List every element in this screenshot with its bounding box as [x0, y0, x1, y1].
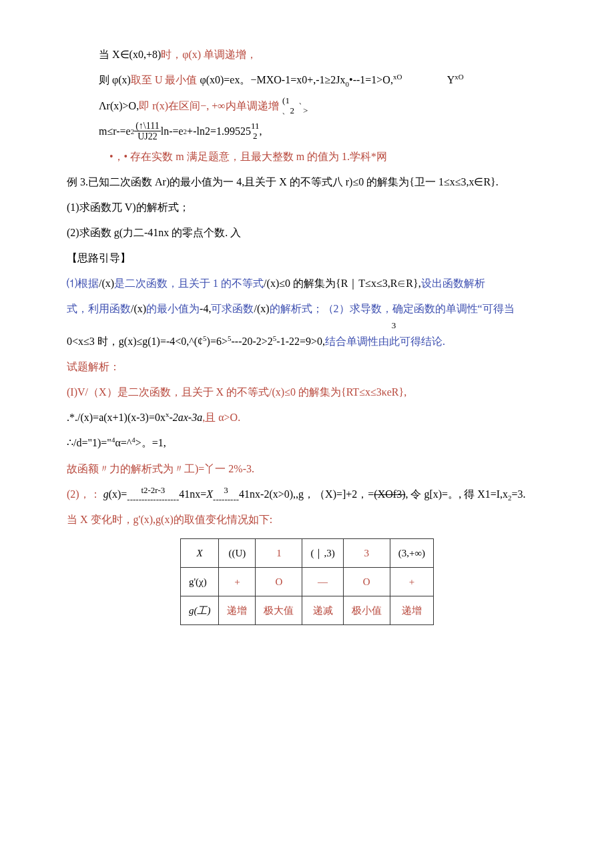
t: 设出函数解析	[421, 278, 485, 289]
cell: X	[180, 538, 219, 567]
line-14: (I)V/（X）是二次函数，且关于 X 的不等式/(x)≤0 的解集为{RT≤x…	[67, 382, 547, 403]
t: 可求函数	[211, 303, 254, 314]
t: /(x)≤0 的解集为{RT≤x≤3κeR},	[269, 386, 406, 398]
line-19: 当 X 变化时，g'(x),g(x)的取值变化情况如下:	[67, 509, 547, 530]
line-15: .*./(x)=a(x+1)(x-3)=0xx-2ax-3a,且 α>O.	[67, 407, 547, 428]
table-row: g'(χ) + O — O +	[180, 567, 433, 596]
t: .*./(x)=a(x+1)(x-3)=0x	[67, 412, 166, 423]
t: =3.	[512, 484, 526, 505]
t: m≤r-=e	[99, 121, 131, 142]
variation-table: X ((U) 1 (｜,3) 3 (3,+∞) g'(χ) + O — O + …	[180, 538, 434, 625]
t: UJ22	[134, 131, 161, 141]
t: α=^	[115, 438, 131, 449]
t: 2	[251, 131, 260, 141]
t: , 令 g[x)=。, 得 X1=I,x	[405, 484, 508, 505]
line-10: ⑴根据/(x)是二次函数，且关于 1 的不等式/(x)≤0 的解集为{R｜T≤x…	[67, 273, 547, 294]
t: 、2 >	[282, 106, 308, 115]
table-row: X ((U) 1 (｜,3) 3 (3,+∞)	[180, 538, 433, 567]
t: ------------------	[127, 495, 179, 504]
line-18: (2)，： g(x)= t2-2r-3 ------------------ 4…	[67, 484, 547, 505]
line-5: •，• 存在实数 m 满足题意，且最大整数 m 的值为 1.学科*网	[67, 146, 547, 167]
t: 在区间−, +∞内单调递增	[168, 100, 278, 111]
line-6: 例 3.已知二次函数 Ar)的最小值为一 4,且关于 X 的不等式八 r)≤0 …	[67, 171, 547, 193]
t: ∴/d="1)="	[67, 438, 111, 449]
line-2: 则 φ(x)取至 U 最小值 φ(x0)=ex。−MXO-1=x0+,-1≥2J…	[67, 69, 547, 91]
t: +-ln2=1.99525	[187, 121, 251, 142]
cell: 递增	[390, 596, 433, 624]
cell: 1	[256, 538, 302, 567]
t: (I)V/（X）是二次函数，且关于 X 的不等式	[67, 386, 269, 398]
cell: —	[302, 567, 343, 596]
frac: 3 ---------	[213, 486, 239, 505]
t: /(x)	[131, 303, 146, 314]
t: 是二次函数，且关于 1 的不等式	[114, 278, 264, 289]
cell: g'(χ)	[180, 567, 219, 596]
t: 即 r(x)	[139, 100, 168, 111]
cell: +	[219, 567, 256, 596]
t: 3	[213, 486, 239, 495]
t: ,且 α>O.	[202, 412, 240, 423]
t: 当 X∈(x0,+8)	[99, 49, 161, 60]
t: •，• 存在实数 m 满足题意，且最大整数 m 的值为 1.	[109, 151, 350, 162]
t: /(x)≤0 的解集为{R｜T≤x≤3,R∈R},	[264, 278, 421, 289]
t: -4,	[200, 303, 211, 314]
line-9: 【思路引导】	[67, 248, 547, 269]
t: ,	[259, 121, 262, 142]
line-3: Λr(x)>O,即 r(x)在区间−, +∞内单调递增 (1 、 、2 >	[67, 95, 547, 117]
t: /(x)	[254, 303, 269, 314]
cell: O	[256, 567, 302, 596]
t: Λr(x)>O,	[99, 100, 139, 111]
cell: (3,+∞)	[390, 538, 433, 567]
frac: (↑\111 UJ22	[134, 121, 161, 142]
t: (XOf3)	[374, 484, 405, 505]
t: 41nx-2(x>0),,g，（X)=]+2，=	[239, 484, 374, 505]
t: g	[103, 484, 109, 505]
t: X	[206, 484, 213, 505]
t: ⑴根据	[67, 278, 99, 289]
line-7: (1)求函数兀 V)的解析式；	[67, 197, 547, 218]
t: )=6>	[207, 336, 228, 347]
cell: 极小值	[343, 596, 390, 624]
line-11: 式，利用函数/(x)的最小值为-4,可求函数/(x)的解析式；（2）求导数，确定…	[67, 298, 547, 320]
line-4: m≤r-=e2 (↑\111 UJ22 ln-=e2+-ln2=1.99525 …	[67, 121, 547, 142]
line-12top: 3	[67, 321, 547, 330]
t: 11	[251, 121, 260, 131]
frac: 11 2	[251, 121, 260, 141]
t: 的取值变化情况如下:	[174, 514, 272, 525]
t: xO	[393, 73, 402, 81]
line-1: 当 X∈(x0,+8)时，φ(x) 单调递增，	[67, 44, 547, 65]
t: t2-2r-3	[127, 486, 179, 495]
t: 式，利用函数	[67, 303, 131, 314]
table-row: g(工) 递增 极大值 递减 极小值 递增	[180, 596, 433, 624]
line-13: 试题解析：	[67, 356, 547, 378]
cell: g(工)	[180, 596, 219, 624]
cell: 极大值	[256, 596, 302, 624]
t: (↑\111	[134, 121, 161, 131]
cell: (｜,3)	[302, 538, 343, 567]
t: 单调递增，	[204, 49, 257, 60]
t: φ(x0)=ex。−MXO-1=x0+,-1≥2Jx	[197, 74, 345, 85]
t: Y	[447, 74, 455, 85]
t: 的解析式；（2）求导数，确定函数的单调性“可得当	[270, 303, 515, 314]
line-16: ∴/d="1)="4α=^4>。=1,	[67, 432, 547, 454]
cell: ((U)	[219, 538, 256, 567]
cell: 递减	[302, 596, 343, 624]
t: (1 、	[282, 96, 308, 105]
line-8: (2)求函数 g(力二-41nx 的零点个数. 入	[67, 222, 547, 244]
t: 的最小值为	[146, 303, 200, 314]
t: 学科*网	[350, 151, 387, 162]
t: /(x)	[99, 278, 114, 289]
cell: 递增	[219, 596, 256, 624]
cell: 3	[343, 538, 390, 567]
t: 41nx=	[179, 484, 206, 505]
t: Λr(x)>O,即 r(x)在区间−, +∞内单调递增	[99, 95, 279, 117]
frac: (1 、 、2 >	[282, 96, 308, 115]
t: >。=1,	[135, 438, 166, 449]
t: (x)=	[109, 484, 127, 505]
t: -2ax-3a	[169, 412, 202, 423]
t: (2)，：	[67, 484, 101, 505]
t: •--1=1>O,	[349, 74, 393, 85]
t: ---20-2>2	[231, 336, 272, 347]
t: 结合单调性由此可得结论.	[325, 336, 445, 347]
t: 取至 U 最小值	[131, 74, 198, 85]
